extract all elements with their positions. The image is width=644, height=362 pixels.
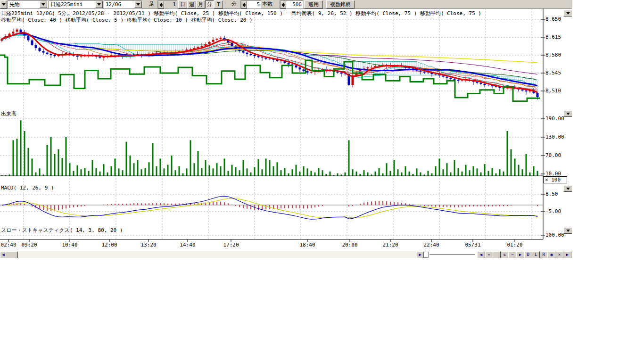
chart-tool-button-4[interactable]: ⇅ [501,251,509,258]
volume-pane-dropdown-button[interactable] [563,110,572,117]
scroll-right-button[interactable]: ▶ [417,251,423,258]
volume-pane-title: 出来高 [1,110,17,117]
chart-tool-button-3[interactable] [493,251,501,258]
volume-axis-label: 190.00 [545,115,564,122]
macd-pane-title: MACD( 12, 26, 9 ) [1,185,54,191]
time-axis-label: 13:20 [138,242,159,248]
chart-tool-button-10[interactable]: ◉ [547,251,555,258]
macd-pane-dropdown-button[interactable] [563,185,572,192]
scrollbar-track[interactable] [6,251,417,258]
volume-axis-label: 70.00 [545,152,561,158]
chevron-down-icon [566,113,570,115]
zoom-slider-box[interactable] [423,252,429,258]
chart-canvas[interactable] [0,0,572,258]
time-axis-label: 20:00 [339,242,360,248]
legend-row-2: 移動平均( Close, 40 ) 移動平均( Close, 5 ) 移動平均(… [1,16,253,24]
time-axis-label: 14:40 [177,242,198,248]
volume-axis-label: 130.00 [545,134,564,140]
stoch-pane-title: スロー・ストキャスティクス( 14, 3, 80, 20 ) [1,227,123,234]
chevron-down-icon [566,188,570,190]
price-pane-dropdown-button[interactable] [563,10,572,16]
time-axis-label: 22:40 [421,242,442,248]
bottom-scroll-bar: ◀ ▶ ◀+⇅−▶DLR◉×▶ [0,251,572,258]
macd-axis-label: -5.00 [545,208,561,214]
chart-tool-button-12[interactable]: ▶ [563,251,571,258]
stoch-axis-label: 100.00 [545,232,564,238]
chart-tool-button-11[interactable]: × [555,251,563,258]
chart-application-window: 先物 日経225mini 12/06 足 1 日 週 月 分 T 分 5 本数 … [0,0,572,258]
time-axis-label: 09:20 [19,242,40,248]
macd-axis-label: 8.50 [545,191,558,197]
chevron-down-icon [566,12,570,15]
legend-row-1: 日経225mini 12/06( 5分, 2012/05/28 - 2012/0… [1,10,481,17]
price-axis-label: 8,510 [545,88,561,94]
time-axis-label: 10:40 [59,242,80,248]
time-axis-label: 12:00 [99,242,120,248]
price-axis-label: 8,650 [545,16,561,22]
stoch-pane-dropdown-button[interactable] [563,227,572,234]
time-axis-label: 02:40 [0,242,19,248]
time-axis-label: 18:40 [297,242,318,248]
zoom-slider[interactable] [429,254,475,255]
chart-tool-button-5[interactable]: − [508,251,516,258]
chevron-down-icon [566,230,570,232]
chart-area: 8,6508,6158,5808,5458,510190.00130.0070.… [0,0,572,258]
chart-tool-button-9[interactable]: R [540,251,548,258]
chart-tool-button-8[interactable]: L [532,251,540,258]
price-axis-label: 8,615 [545,34,561,40]
time-axis-label: 05/31 [462,242,483,248]
price-axis-label: 8,545 [545,70,561,76]
scrollbar-thumb[interactable] [6,251,18,258]
volume-multiplier-badge: × 100 [543,176,567,183]
chart-tool-button-6[interactable]: ▶ [516,251,524,258]
time-axis-label: 01:20 [504,242,525,248]
chart-tool-button-1[interactable]: ◀ [477,251,485,258]
time-axis-label: 17:20 [221,242,241,248]
chart-tool-button-2[interactable]: + [485,251,493,258]
price-axis-label: 8,580 [545,52,561,58]
time-axis-label: 21:20 [380,242,401,248]
chart-tool-button-7[interactable]: D [524,251,532,258]
